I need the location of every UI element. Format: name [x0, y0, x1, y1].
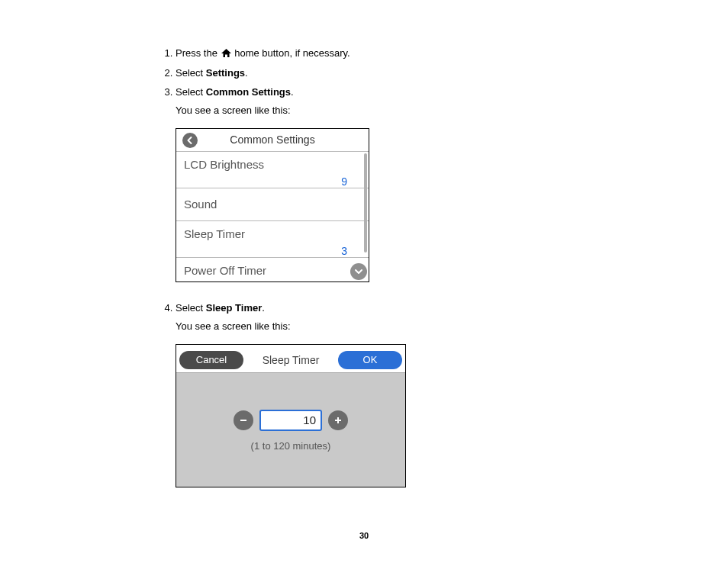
ok-button[interactable]: OK: [338, 351, 402, 369]
sound-label: Sound: [184, 196, 361, 214]
step-2: Select Settings.: [176, 66, 728, 81]
step-1-text-b: home button, if necessary.: [234, 47, 350, 59]
cancel-button[interactable]: Cancel: [179, 351, 243, 369]
step-2-keyword: Settings: [206, 67, 245, 79]
step-4-subtext: You see a screen like this:: [176, 319, 728, 334]
value-stepper: 10: [176, 373, 405, 431]
step-1-text-a: Press the: [176, 47, 217, 59]
sleep-timer-value: 3: [184, 243, 361, 256]
page-number: 30: [0, 531, 728, 540]
power-off-timer-row[interactable]: Power Off Timer Off: [176, 258, 369, 283]
increment-button[interactable]: [328, 410, 348, 430]
screen-title: Common Settings: [198, 132, 347, 148]
step-4: Select Sleep Timer. You see a screen lik…: [176, 301, 728, 487]
sleep-timer-row[interactable]: Sleep Timer 3: [176, 221, 369, 258]
settings-list: LCD Brightness 9 Sound Sleep Timer 3 Pow…: [176, 152, 369, 282]
screenshot2-topbar: Cancel Sleep Timer OK: [176, 345, 405, 372]
back-button[interactable]: [182, 133, 198, 148]
step-1: Press the home button, if necessary.: [176, 46, 728, 61]
lcd-brightness-row[interactable]: LCD Brightness 9: [176, 152, 369, 188]
power-off-timer-value: Off: [184, 281, 361, 282]
screen2-title: Sleep Timer: [243, 352, 338, 368]
screenshot2-body: 10 (1 to 120 minutes): [176, 372, 405, 487]
step-3-text-a: Select: [176, 86, 203, 98]
sleep-timer-label: Sleep Timer: [184, 226, 361, 243]
sleep-timer-screenshot: Cancel Sleep Timer OK 10: [176, 344, 406, 487]
step-3: Select Common Settings. You see a screen…: [176, 85, 728, 282]
sound-row[interactable]: Sound: [176, 188, 369, 222]
timer-value-field[interactable]: 10: [259, 410, 322, 431]
step-2-dot: .: [245, 67, 248, 79]
svg-rect-0: [240, 420, 246, 421]
power-off-timer-label: Power Off Timer: [184, 262, 361, 280]
manual-page: Press the home button, if necessary. Sel…: [0, 0, 728, 563]
step-3-keyword: Common Settings: [206, 86, 291, 98]
step-3-dot: .: [291, 86, 294, 98]
step-4-dot: .: [262, 302, 265, 314]
range-hint: (1 to 120 minutes): [176, 439, 405, 454]
step-4-keyword: Sleep Timer: [206, 302, 262, 314]
screenshot-topbar: Common Settings: [176, 129, 369, 152]
step-3-subtext: You see a screen like this:: [176, 103, 728, 118]
step-4-text-a: Select: [176, 302, 203, 314]
lcd-brightness-label: LCD Brightness: [184, 156, 361, 174]
home-icon: [221, 48, 232, 58]
lcd-brightness-value: 9: [184, 174, 361, 186]
svg-rect-2: [337, 417, 339, 423]
decrement-button[interactable]: [234, 410, 253, 430]
scrollbar[interactable]: [364, 153, 367, 253]
scroll-down-button[interactable]: [350, 263, 367, 280]
step-2-text-a: Select: [176, 67, 203, 79]
common-settings-screenshot: Common Settings LCD Brightness 9 Sound S…: [176, 128, 369, 282]
instruction-list: Press the home button, if necessary. Sel…: [176, 46, 728, 487]
